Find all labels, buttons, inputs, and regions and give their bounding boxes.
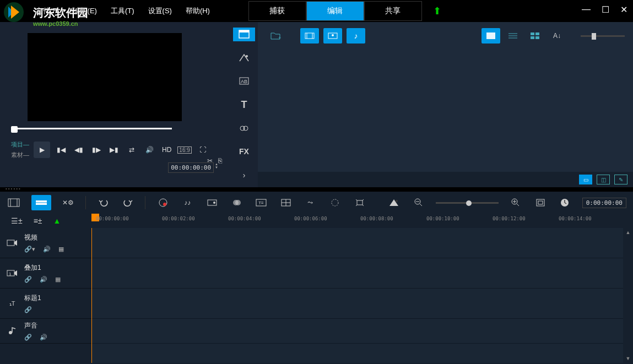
filter-video-button[interactable]	[300, 28, 319, 44]
duration-button[interactable]	[558, 195, 572, 210]
panel-resize-handle[interactable]: ••••••	[0, 187, 633, 192]
clip-label[interactable]: 素材—	[11, 151, 29, 159]
transitions-tab[interactable]	[233, 51, 255, 65]
title-track-lane[interactable]	[91, 289, 623, 319]
scrub-track[interactable]	[18, 128, 172, 129]
tab-edit[interactable]: 编辑	[306, 1, 364, 21]
tools-button[interactable]: ✕⚙	[61, 195, 76, 210]
subtitle-button[interactable]: T≡	[254, 195, 269, 210]
menu-help[interactable]: 帮助(H)	[186, 6, 210, 16]
close-button[interactable]: ✕	[620, 4, 627, 15]
go-end-button[interactable]: ▶▮	[107, 143, 121, 156]
fit-button[interactable]	[533, 195, 548, 210]
filter-photo-button[interactable]	[323, 28, 342, 44]
scrub-handle[interactable]	[11, 126, 18, 133]
link-icon[interactable]: 🔗▾	[24, 246, 35, 253]
media-tab[interactable]	[233, 28, 255, 41]
text-tab[interactable]: T	[233, 98, 255, 112]
video-track-lane[interactable]	[91, 228, 623, 258]
menu-settings[interactable]: 设置(S)	[148, 6, 172, 16]
vertical-scrollbar[interactable]: ▲ ▼	[623, 228, 633, 363]
preview-viewport[interactable]	[28, 33, 182, 121]
mute-icon[interactable]: 🔊	[40, 276, 47, 283]
mask-button[interactable]	[229, 195, 244, 210]
preview-scrubber[interactable]	[11, 128, 219, 129]
overlay-track-header[interactable]: 1 叠加1 🔗 🔊 ▦	[0, 258, 91, 289]
view-list-button[interactable]	[481, 28, 500, 44]
scroll-track[interactable]	[623, 237, 633, 354]
track-height-button[interactable]: ≡±	[34, 216, 42, 225]
mute-icon[interactable]: 🔊	[43, 246, 51, 253]
audio-track-header[interactable]: 声音 🔗 🔊	[0, 319, 91, 344]
redo-button[interactable]	[121, 195, 136, 210]
auto-music-button[interactable]	[205, 195, 220, 210]
view-details-button[interactable]	[504, 28, 522, 44]
fx-tab[interactable]: FX	[233, 145, 255, 159]
cut-icon[interactable]: ✂	[207, 157, 213, 165]
timeline-timecode[interactable]: 0:00:00:00	[582, 198, 626, 208]
view-grid-button[interactable]	[526, 28, 544, 44]
sort-button[interactable]: A↓	[548, 28, 566, 44]
upload-icon[interactable]: ⬆	[433, 5, 441, 17]
edit-panel-button[interactable]: ✎	[614, 175, 627, 184]
volume-button[interactable]: 🔊	[143, 143, 156, 156]
go-start-button[interactable]: ▮◀	[55, 143, 68, 156]
tab-share[interactable]: 共享	[364, 1, 422, 21]
track-options-button[interactable]: ☰±	[11, 216, 23, 225]
menu-tools[interactable]: 工具(T)	[111, 6, 134, 16]
prev-frame-button[interactable]: ◀▮	[72, 143, 85, 156]
audio-track-label: 声音	[24, 321, 91, 330]
options-panel-button[interactable]: ▭	[579, 175, 592, 184]
title-track-header[interactable]: ₁T 标题1 🔗	[0, 289, 91, 319]
play-button[interactable]: ▶	[34, 142, 50, 158]
split-view-button[interactable]: ◫	[597, 175, 610, 184]
next-frame-button[interactable]: ▮▶	[90, 143, 103, 156]
motion-button[interactable]: ⤳	[303, 195, 318, 210]
aspect-label[interactable]: 16:9	[177, 146, 191, 154]
record-button[interactable]	[155, 195, 170, 210]
maximize-button[interactable]: ☐	[602, 4, 609, 15]
playhead-line[interactable]	[91, 228, 92, 363]
zoom-in-button[interactable]	[508, 195, 523, 210]
multicam-button[interactable]	[278, 195, 293, 210]
audio-mixer-button[interactable]: ♪♪	[180, 195, 195, 210]
zoom-slider[interactable]	[436, 202, 499, 204]
scroll-up-button[interactable]: ▲	[623, 228, 633, 237]
link-icon[interactable]: 🔗	[24, 306, 32, 313]
filter-audio-button[interactable]: ♪	[347, 28, 365, 44]
tab-capture[interactable]: 捕获	[248, 1, 306, 21]
zoom-handle[interactable]	[466, 200, 472, 206]
scroll-down-button[interactable]: ▼	[623, 354, 633, 363]
hd-label[interactable]: HD	[160, 145, 173, 155]
expand-sidebar-button[interactable]: ›	[233, 168, 255, 182]
timeline-ruler[interactable]: 00:00:00:00 00:00:02:00 00:00:04:00 00:0…	[91, 214, 633, 228]
loop-button[interactable]: ⇄	[125, 143, 138, 156]
project-label[interactable]: 项目—	[11, 140, 29, 149]
marker-button[interactable]: ▲	[53, 216, 61, 225]
split-icon[interactable]: ⎘	[218, 157, 222, 165]
link-icon[interactable]: 🔗	[24, 276, 32, 283]
slider-handle[interactable]	[592, 33, 596, 40]
thumbnail-size-slider[interactable]	[581, 35, 625, 37]
undo-button[interactable]	[96, 195, 111, 210]
3d-button[interactable]	[387, 195, 402, 210]
library-content[interactable]	[258, 50, 633, 172]
add-folder-button[interactable]: +	[266, 28, 285, 44]
overlay-track-lane[interactable]	[91, 258, 623, 289]
tracking-button[interactable]	[328, 195, 343, 210]
minimize-button[interactable]: —	[582, 4, 591, 15]
zoom-out-button[interactable]	[411, 195, 426, 210]
timeline-tracks[interactable]	[91, 228, 623, 363]
audio-track-lane[interactable]	[91, 319, 623, 344]
link-icon[interactable]: 🔗	[24, 334, 32, 341]
graphics-tab[interactable]	[233, 121, 255, 135]
visibility-icon[interactable]: ▦	[58, 246, 64, 253]
timeline-view-button[interactable]	[31, 195, 51, 210]
pan-zoom-button[interactable]	[352, 195, 367, 210]
visibility-icon[interactable]: ▦	[55, 276, 61, 283]
video-track-header[interactable]: 视频 🔗▾ 🔊 ▦	[0, 228, 91, 258]
storyboard-view-button[interactable]	[7, 195, 21, 210]
mute-icon[interactable]: 🔊	[40, 334, 47, 341]
title-tab[interactable]: AB	[233, 74, 255, 88]
fullscreen-button[interactable]: ⛶	[196, 143, 209, 156]
